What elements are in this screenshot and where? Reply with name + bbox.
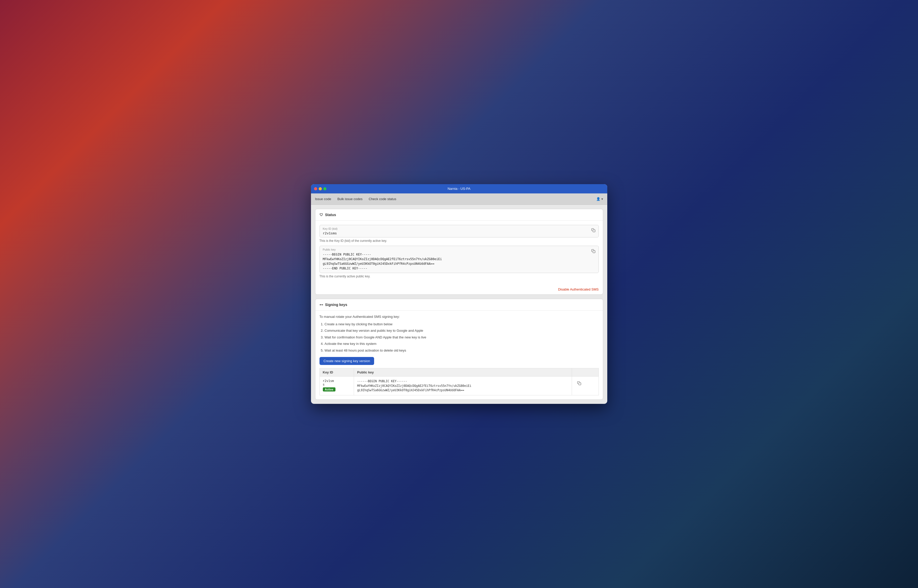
step-4: Activate the new key in this system bbox=[325, 341, 599, 346]
main-content: 🛡 Status Key ID (kid) r2v1sms bbox=[311, 205, 607, 404]
signing-keys-table: Key ID Public key r2v1sms Active bbox=[320, 368, 599, 395]
key-id-copy-button[interactable] bbox=[590, 227, 596, 234]
create-signing-key-button[interactable]: Create new signing key version bbox=[320, 357, 374, 365]
nav-links: Issue code Bulk issue codes Check code s… bbox=[315, 196, 596, 202]
col-header-public-key: Public key bbox=[354, 368, 572, 376]
key-icon: ⊷ bbox=[320, 303, 323, 307]
user-icon: 👤 bbox=[596, 197, 600, 201]
status-card-body: Key ID (kid) r2v1sms This is the Key ID … bbox=[315, 221, 603, 285]
status-card-title: Status bbox=[325, 213, 336, 217]
col-header-actions bbox=[572, 368, 598, 376]
disable-authenticated-sms-link[interactable]: Disable Authenticated SMS bbox=[315, 285, 603, 294]
row-key-id: r2v1sms Active bbox=[320, 376, 354, 395]
public-key-cell-value: ------BEGIN PUBLIC KEY------ MFkwEwYHKoZ… bbox=[357, 379, 569, 393]
nav-issue-code[interactable]: Issue code bbox=[315, 196, 331, 202]
step-3: Wait for confirmation from Google AND Ap… bbox=[325, 335, 599, 340]
public-key-description: This is the currently active public key. bbox=[320, 275, 599, 278]
minimize-button[interactable] bbox=[319, 187, 322, 190]
key-id-label: Key ID (kid) bbox=[323, 227, 595, 230]
window-title: Narnia - US-PA bbox=[448, 187, 470, 191]
signing-keys-card: ⊷ Signing keys To manual rotate your Aut… bbox=[315, 299, 603, 400]
nav-check-code-status[interactable]: Check code status bbox=[369, 196, 396, 202]
public-key-group: Public key -----BEGIN PUBLIC KEY----- MF… bbox=[320, 246, 599, 278]
key-id-group: Key ID (kid) r2v1sms This is the Key ID … bbox=[320, 225, 599, 242]
table-row: r2v1sms Active ------BEGIN PUBLIC KEY---… bbox=[320, 376, 598, 395]
maximize-button[interactable] bbox=[323, 187, 326, 190]
key-id-field-box: Key ID (kid) r2v1sms bbox=[320, 225, 599, 237]
public-key-copy-button[interactable] bbox=[590, 248, 596, 255]
public-key-label: Public key bbox=[323, 248, 595, 251]
step-5: Wait at least 48 hours post activation t… bbox=[325, 348, 599, 353]
signing-keys-table-container: Key ID Public key r2v1sms Active bbox=[320, 368, 599, 395]
app-window: Narnia - US-PA Issue code Bulk issue cod… bbox=[311, 184, 607, 404]
svg-rect-2 bbox=[579, 383, 581, 385]
public-key-field-box: Public key -----BEGIN PUBLIC KEY----- MF… bbox=[320, 246, 599, 273]
navbar: Issue code Bulk issue codes Check code s… bbox=[311, 194, 607, 205]
row-copy-button[interactable] bbox=[575, 379, 583, 388]
instructions-intro: To manual rotate your Authenticated SMS … bbox=[320, 315, 599, 318]
nav-bulk-issue-codes[interactable]: Bulk issue codes bbox=[337, 196, 362, 202]
row-actions bbox=[572, 376, 598, 395]
instructions-list: Create a new key by clicking the button … bbox=[320, 322, 599, 353]
status-card: 🛡 Status Key ID (kid) r2v1sms bbox=[315, 209, 603, 295]
key-id-cell-value: r2v1sms bbox=[323, 379, 351, 386]
row-public-key: ------BEGIN PUBLIC KEY------ MFkwEwYHKoZ… bbox=[354, 376, 572, 395]
public-key-value: -----BEGIN PUBLIC KEY----- MFkwEwYHKoZIz… bbox=[323, 252, 595, 271]
svg-rect-0 bbox=[593, 230, 595, 232]
signing-keys-title: Signing keys bbox=[325, 303, 347, 307]
key-id-description: This is the Key ID (kid) of the currentl… bbox=[320, 239, 599, 242]
step-1: Create a new key by clicking the button … bbox=[325, 322, 599, 327]
signing-keys-body: To manual rotate your Authenticated SMS … bbox=[315, 311, 603, 399]
nav-user[interactable]: 👤 ▾ bbox=[596, 197, 603, 201]
titlebar: Narnia - US-PA bbox=[311, 184, 607, 194]
key-id-value: r2v1sms bbox=[323, 231, 595, 235]
status-badge: Active bbox=[323, 388, 335, 391]
status-card-header: 🛡 Status bbox=[315, 209, 603, 221]
col-header-key-id: Key ID bbox=[320, 368, 354, 376]
close-button[interactable] bbox=[314, 187, 317, 190]
shield-icon: 🛡 bbox=[320, 213, 323, 217]
user-dropdown-icon: ▾ bbox=[601, 197, 603, 201]
step-2: Communicate that key version and public … bbox=[325, 328, 599, 333]
signing-keys-card-header: ⊷ Signing keys bbox=[315, 299, 603, 311]
traffic-lights bbox=[314, 187, 326, 190]
svg-rect-1 bbox=[593, 250, 595, 253]
